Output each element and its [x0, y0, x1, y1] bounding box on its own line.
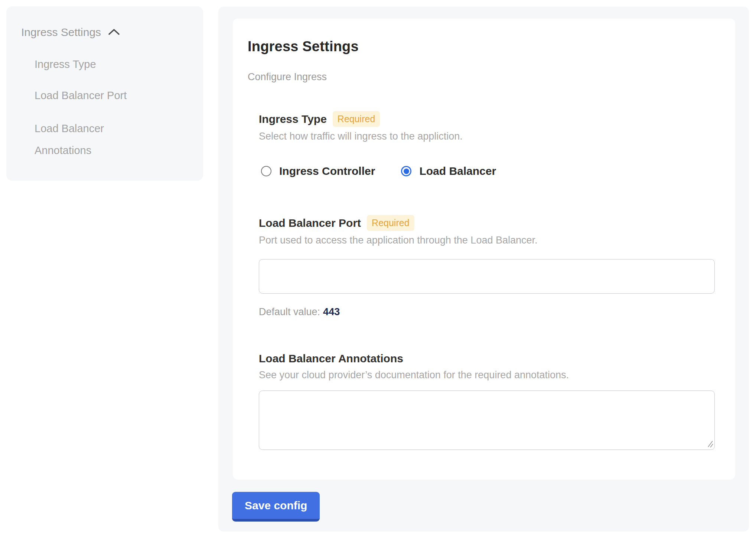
- sidebar-item-load-balancer-port[interactable]: Load Balancer Port: [35, 89, 150, 102]
- lb-port-description: Port used to access the application thro…: [259, 234, 715, 246]
- resize-handle-icon[interactable]: [705, 440, 713, 448]
- form-sections: Ingress Type Required Select how traffic…: [259, 111, 715, 450]
- ingress-type-title: Ingress Type: [259, 112, 327, 126]
- lb-annotations-title: Load Balancer Annotations: [259, 352, 403, 366]
- section-load-balancer-port: Load Balancer Port Required Port used to…: [259, 215, 715, 318]
- radio-label-load-balancer: Load Balancer: [419, 165, 496, 177]
- section-load-balancer-annotations: Load Balancer Annotations See your cloud…: [259, 352, 715, 450]
- radio-unselected-icon[interactable]: [261, 166, 271, 176]
- section-ingress-type: Ingress Type Required Select how traffic…: [259, 111, 715, 177]
- save-config-button[interactable]: Save config: [232, 492, 320, 522]
- lb-port-title: Load Balancer Port: [259, 216, 361, 230]
- radio-option-ingress-controller[interactable]: Ingress Controller: [259, 165, 375, 177]
- sidebar-item-list: Ingress Type Load Balancer Port Load Bal…: [21, 58, 188, 161]
- page-title: Ingress Settings: [248, 38, 715, 55]
- chevron-up-icon: [108, 28, 120, 37]
- sidebar-item-ingress-type[interactable]: Ingress Type: [35, 58, 150, 71]
- default-value-label: Default value:: [259, 306, 320, 317]
- ingress-type-description: Select how traffic will ingress to the a…: [259, 130, 715, 143]
- default-value-line: Default value:443: [259, 306, 715, 318]
- lb-annotations-description: See your cloud provider’s documentation …: [259, 369, 715, 381]
- ingress-settings-card: Ingress Settings Configure Ingress Ingre…: [233, 19, 735, 480]
- sidebar-group-label: Ingress Settings: [21, 26, 101, 39]
- settings-sidebar: Ingress Settings Ingress Type Load Balan…: [6, 6, 203, 181]
- radio-option-load-balancer[interactable]: Load Balancer: [399, 165, 496, 177]
- ingress-type-radio-group: Ingress Controller Load Balancer: [259, 165, 715, 177]
- radio-label-ingress-controller: Ingress Controller: [279, 165, 375, 177]
- page-subtitle: Configure Ingress: [248, 71, 715, 83]
- load-balancer-port-input[interactable]: [259, 259, 715, 294]
- default-value: 443: [323, 306, 340, 317]
- sidebar-group-ingress-settings[interactable]: Ingress Settings: [21, 26, 188, 39]
- radio-selected-icon[interactable]: [401, 166, 411, 176]
- required-badge: Required: [367, 215, 414, 231]
- sidebar-item-load-balancer-annotations[interactable]: Load Balancer Annotations: [35, 118, 150, 161]
- load-balancer-annotations-textarea[interactable]: [259, 391, 715, 450]
- settings-panel: Ingress Settings Configure Ingress Ingre…: [218, 7, 749, 532]
- required-badge: Required: [333, 111, 380, 127]
